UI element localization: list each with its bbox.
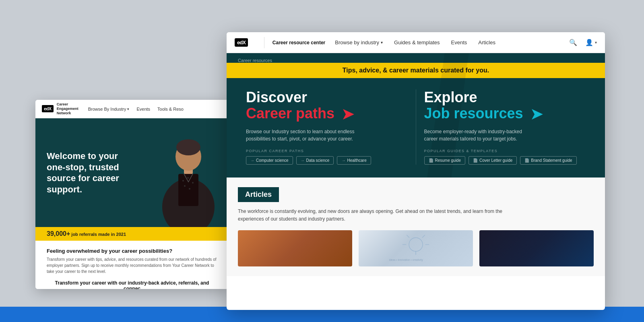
back-cta-body: Transform your career with tips, advice,… <box>47 256 217 275</box>
user-menu[interactable]: 👤 ▾ <box>585 39 597 46</box>
back-logo[interactable]: edX CareerEngagementNetwork <box>42 102 78 115</box>
svg-rect-4 <box>178 174 198 206</box>
back-hero: Welcome to your one-stop, trusted source… <box>35 118 229 227</box>
svg-point-9 <box>189 188 190 190</box>
tag-data-science[interactable]: → Data science <box>296 156 334 165</box>
back-logo-subtitle: CareerEngagementNetwork <box>57 102 78 115</box>
tag-computer-science[interactable]: → Computer science <box>246 156 293 165</box>
front-nav-articles[interactable]: Articles <box>478 39 495 45</box>
article-card-1[interactable] <box>238 230 352 266</box>
hero-card-discover: Discover Career paths ➤ Browse our Indus… <box>238 89 416 165</box>
back-cta: Feeling overwhelmed by your career possi… <box>35 241 229 289</box>
article-sketch-svg: ideas • innovation • creativity <box>359 230 473 266</box>
explore-desc: Become employer-ready with industry-back… <box>424 128 537 142</box>
back-hero-title: Welcome to your one-stop, trusted source… <box>47 151 127 195</box>
articles-cards: ideas • innovation • creativity <box>238 230 594 266</box>
svg-point-5 <box>182 180 184 182</box>
hero-card-explore: Explore Job resources ➤ Become employer-… <box>416 89 594 165</box>
svg-point-6 <box>187 177 189 179</box>
explore-popular-label: Popular Guides & templates <box>424 149 586 153</box>
arrow-right-icon: ➤ <box>342 106 354 122</box>
tag-resume-guide[interactable]: 📄 Resume guide <box>424 156 465 165</box>
front-nav-right: 🔍 👤 ▾ <box>568 37 597 48</box>
discover-tags: → Computer science → Data science → Heal… <box>246 156 408 165</box>
back-nav-tools[interactable]: Tools & Reso <box>157 107 184 111</box>
arrow-right-icon: ➤ <box>530 106 543 122</box>
back-logo-box: edX <box>42 105 54 112</box>
tag-cover-letter[interactable]: 📄 Cover Letter guide <box>469 156 517 165</box>
user-icon: 👤 <box>585 39 593 46</box>
svg-text:ideas • innovation • creativit: ideas • innovation • creativity <box>389 258 423 262</box>
front-nav: edX Career resource center Browse by ind… <box>227 32 605 53</box>
hero-breadcrumb: Career resources <box>227 53 605 63</box>
front-articles-section: Articles The workforce is constantly evo… <box>227 178 605 276</box>
doc-icon: 📄 <box>524 158 529 163</box>
front-hero: Career resources Tips, advice, & career … <box>227 53 605 178</box>
back-hero-person <box>148 122 229 227</box>
svg-point-8 <box>184 185 186 187</box>
arrow-icon: → <box>341 158 345 163</box>
article-card-3[interactable] <box>479 230 594 266</box>
back-nav: edX CareerEngagementNetwork Browse By In… <box>35 100 229 118</box>
front-nav-links: Browse by industry ▾ Guides & templates … <box>325 39 568 45</box>
explore-title: Explore Job resources ➤ <box>424 89 586 122</box>
front-logo[interactable]: edX <box>235 38 248 47</box>
hero-banner: Tips, advice, & career materials curated… <box>227 63 605 78</box>
hero-cards: Discover Career paths ➤ Browse our Indus… <box>227 78 605 178</box>
svg-line-15 <box>422 235 425 238</box>
back-cta-bottom: Transform your career with our industry-… <box>47 280 217 289</box>
stat-text: job referrals made in 2021 <box>71 232 126 237</box>
front-nav-events[interactable]: Events <box>451 39 467 45</box>
doc-icon: 📄 <box>429 158 433 163</box>
stat-number: 39,000+ <box>47 230 70 237</box>
article-card-2[interactable]: ideas • innovation • creativity <box>359 230 473 266</box>
tag-brand-statement[interactable]: 📄 Brand Statement guide <box>520 156 576 165</box>
front-nav-browse[interactable]: Browse by industry ▾ <box>335 39 383 45</box>
doc-icon: 📄 <box>473 158 478 163</box>
svg-point-7 <box>192 182 194 184</box>
discover-title: Discover Career paths ➤ <box>246 89 408 122</box>
chevron-down-icon: ▾ <box>595 40 597 45</box>
articles-subtitle: The workforce is constantly evolving, an… <box>238 208 520 223</box>
person-illustration <box>154 126 223 227</box>
front-logo-box: edX <box>235 38 248 47</box>
back-cta-title: Feeling overwhelmed by your career possi… <box>47 248 217 254</box>
arrow-icon: → <box>250 158 254 163</box>
front-nav-guides[interactable]: Guides & templates <box>394 39 440 45</box>
tag-healthcare[interactable]: → Healthcare <box>337 156 371 165</box>
search-icon[interactable]: 🔍 <box>568 37 579 48</box>
front-window: edX Career resource center Browse by ind… <box>227 32 605 310</box>
back-nav-links: Browse By Industry ▾ Events Tools & Reso <box>88 107 184 111</box>
svg-point-10 <box>409 238 423 252</box>
back-nav-browse[interactable]: Browse By Industry ▾ <box>88 107 130 111</box>
articles-title: Articles <box>238 187 279 202</box>
arrow-icon: → <box>301 158 305 163</box>
explore-tags: 📄 Resume guide 📄 Cover Letter guide 📄 Br… <box>424 156 586 165</box>
nav-separator <box>264 37 264 48</box>
svg-line-14 <box>407 235 409 238</box>
chevron-down-icon: ▾ <box>381 40 383 45</box>
svg-point-3 <box>176 139 200 155</box>
discover-desc: Browse our Industry section to learn abo… <box>246 128 359 142</box>
back-window: edX CareerEngagementNetwork Browse By In… <box>35 100 229 289</box>
front-site-title: Career resource center <box>272 40 325 45</box>
discover-popular-label: Popular Career paths <box>246 149 408 153</box>
chevron-down-icon: ▾ <box>127 107 129 111</box>
back-nav-events[interactable]: Events <box>136 107 150 111</box>
back-stat-bar: 39,000+ job referrals made in 2021 <box>35 227 229 241</box>
